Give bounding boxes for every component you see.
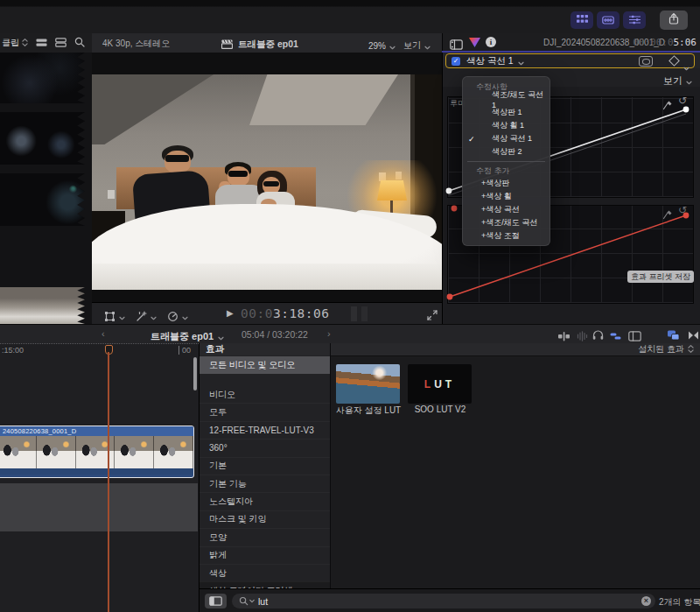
chevron-down-icon: [182, 308, 188, 324]
menu-item[interactable]: 색상판 2: [463, 145, 550, 158]
eyedropper-icon[interactable]: [662, 208, 672, 223]
view-menu[interactable]: 보기: [403, 38, 430, 53]
audio-meter-left[interactable]: [351, 306, 357, 321]
timeline-project-menu[interactable]: 트래블중 ep01: [150, 328, 224, 344]
chevron-down-icon: [218, 328, 224, 344]
inspector-toggle-button[interactable]: [623, 11, 646, 29]
search-icon[interactable]: [239, 596, 255, 606]
timeline-lane-band: [0, 483, 198, 531]
timeline-scrollbar[interactable]: [193, 357, 197, 390]
menu-item[interactable]: +색조/채도 곡선: [463, 216, 550, 229]
color-inspector-icon[interactable]: [469, 38, 480, 47]
effect-thumbnail-soo-lut[interactable]: LUT: [408, 364, 472, 404]
clip-thumbnail[interactable]: [0, 112, 85, 165]
project-title: 트래블중 ep01: [238, 39, 298, 51]
transform-menu[interactable]: [104, 308, 125, 324]
effects-category[interactable]: 밝게: [200, 547, 330, 565]
timeline: :15:00 00 240508220638_0001_D: [0, 343, 200, 612]
effects-category[interactable]: 12-FREE-TRAVEL-LUT-V3: [200, 422, 330, 440]
effect-thumbnail-custom-lut[interactable]: [336, 364, 400, 404]
clip-thumbnail[interactable]: [0, 173, 85, 226]
reset-icon[interactable]: ↺: [678, 204, 687, 216]
chevron-down-icon: [150, 308, 157, 324]
timecode-bright: 5:06: [674, 37, 697, 48]
sliders-icon: [629, 12, 640, 28]
clip-frame-thumb: [154, 436, 193, 468]
installed-effects-menu[interactable]: 설치된 효과: [638, 343, 694, 357]
list-view-icon[interactable]: [36, 35, 47, 51]
effects-category[interactable]: 비디오: [200, 386, 330, 404]
menu-item[interactable]: 색상 휠 1: [463, 119, 550, 132]
menu-item-label: 색상판 2: [492, 146, 522, 158]
bed-front: [92, 264, 442, 290]
menu-item[interactable]: +색상판: [463, 177, 550, 190]
filmstrip-view-icon[interactable]: [55, 35, 66, 51]
menu-item-checked[interactable]: ✓색상 곡선 1: [463, 132, 550, 145]
clear-search-icon[interactable]: ×: [641, 596, 651, 606]
eyedropper-icon[interactable]: [662, 98, 672, 114]
item-count: 2개의 항목: [659, 596, 699, 608]
fullscreen-icon[interactable]: [427, 308, 438, 324]
sort-updown-icon[interactable]: [22, 35, 28, 51]
effects-category[interactable]: 기본 기능: [200, 475, 330, 493]
category-label: 밝게: [200, 549, 227, 561]
ruler-start-label: :15:00: [2, 346, 24, 355]
correction-checkbox[interactable]: ✓: [452, 57, 460, 66]
category-label: 360°: [200, 443, 228, 453]
effects-category[interactable]: 마스크 및 키잉: [200, 511, 330, 529]
transitions-browser-icon[interactable]: [688, 328, 699, 344]
next-project-arrow[interactable]: ›: [327, 328, 331, 339]
search-input[interactable]: [258, 596, 591, 607]
menu-item[interactable]: +색상 곡선: [463, 203, 550, 216]
chevron-down-icon: [389, 38, 396, 53]
clip-thumbnail[interactable]: [0, 53, 85, 103]
effects-category-list: 비디오 모두 12-FREE-TRAVEL-LUT-V3 360° 기본 기본 …: [200, 386, 330, 601]
grid-icon: [577, 12, 588, 28]
project-title-group: 트래블중 ep01: [221, 37, 298, 53]
correction-selector[interactable]: ✓ 색상 곡선 1: [445, 53, 695, 68]
menu-item[interactable]: 색조/채도 곡선 1: [463, 93, 550, 106]
headphone-icon[interactable]: [592, 328, 604, 344]
play-button[interactable]: ▶: [227, 308, 234, 318]
effects-category[interactable]: 기본: [200, 458, 330, 475]
effects-browser-toggle-icon[interactable]: [667, 328, 680, 344]
effects-bottom-bar: × 2개의 항목: [200, 588, 700, 612]
timeline-clip[interactable]: 240508220638_0001_D: [0, 426, 194, 478]
share-button[interactable]: [660, 11, 688, 30]
previous-project-arrow[interactable]: ‹: [102, 328, 105, 339]
effects-search-field[interactable]: ×: [232, 594, 655, 608]
effects-category[interactable]: 색상: [200, 565, 330, 582]
playhead-line[interactable]: [108, 352, 109, 612]
menu-item[interactable]: +색상 조절: [463, 229, 550, 243]
effects-category[interactable]: 360°: [200, 440, 330, 457]
retime-menu[interactable]: [167, 308, 188, 324]
lut-thumb-text: LUT: [424, 378, 455, 390]
effects-category-selected[interactable]: 모든 비디오 및 오디오: [200, 356, 330, 374]
playhead-pin[interactable]: [105, 345, 113, 355]
browser-toggle-button[interactable]: [570, 11, 593, 29]
menu-item-label: 색상 휠 1: [492, 120, 524, 131]
keyframe-diamond-icon[interactable]: [668, 55, 680, 67]
timeline-toggle-button[interactable]: [597, 11, 620, 29]
search-icon[interactable]: [74, 35, 85, 51]
effects-category[interactable]: 노스텔지아: [200, 493, 330, 510]
menu-item-label: +색상판: [481, 178, 509, 189]
clip-sort-menu[interactable]: 클립: [2, 37, 19, 49]
effects-category[interactable]: 모두: [200, 404, 330, 421]
effect-label: 사용자 설정 LUT: [332, 404, 405, 417]
info-inspector-icon[interactable]: i: [486, 37, 496, 47]
mask-icon[interactable]: [639, 56, 653, 67]
sidebar-toggle-button[interactable]: [205, 594, 227, 608]
timeline-ruler[interactable]: :15:00 00: [0, 343, 199, 356]
audio-meter-right[interactable]: [361, 306, 368, 321]
reset-icon[interactable]: ↺: [678, 95, 687, 107]
menu-item[interactable]: 색상판 1: [463, 106, 550, 119]
lamp-shade: [377, 180, 407, 200]
event-browser: [0, 53, 93, 324]
enhancements-menu[interactable]: [136, 308, 157, 324]
viewer-toolbar: ▶ 00:03:18:06: [92, 302, 442, 325]
effects-category[interactable]: 모양: [200, 529, 330, 546]
clip-thumbnail[interactable]: [0, 287, 85, 324]
menu-item[interactable]: +색상 휠: [463, 190, 550, 203]
zoom-menu[interactable]: 29%: [368, 38, 396, 53]
